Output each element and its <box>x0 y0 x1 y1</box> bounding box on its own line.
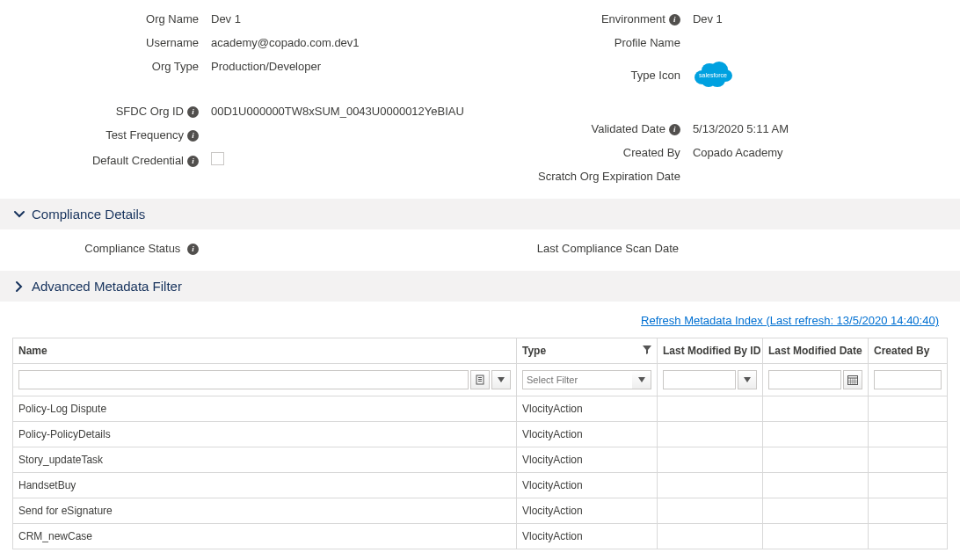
table-row[interactable]: Policy-Log DisputeVlocityAction <box>13 396 948 422</box>
compliance-scan-label: Last Compliance Scan Date <box>537 242 679 255</box>
filter-lmbid-input[interactable] <box>663 370 736 389</box>
col-header-name[interactable]: Name <box>13 338 517 364</box>
cell-type: VlocityAction <box>517 524 658 549</box>
cell-cb <box>869 422 948 447</box>
metadata-table-wrap: Name Type Last Modified By ID Last Modif… <box>0 338 960 560</box>
info-icon[interactable]: i <box>187 130 199 142</box>
filter-icon[interactable] <box>643 345 651 356</box>
field-label: Username <box>146 36 199 49</box>
cell-type: VlocityAction <box>517 422 658 447</box>
info-icon[interactable]: i <box>187 106 199 118</box>
table-row[interactable]: CRM_newCaseVlocityAction <box>13 524 948 549</box>
field-label: Profile Name <box>615 36 680 49</box>
refresh-metadata-link[interactable]: Refresh Metadata Index (Last refresh: 13… <box>641 314 939 327</box>
filter-name-input[interactable] <box>18 370 469 389</box>
field-value[interactable]: Copado Academy <box>693 146 783 159</box>
cell-type: VlocityAction <box>517 447 658 473</box>
filter-type-dropdown[interactable] <box>632 370 651 389</box>
cell-type: VlocityAction <box>517 498 658 524</box>
field-value[interactable]: 5/13/2020 5:11 AM <box>693 122 789 135</box>
cell-lmbid <box>658 524 763 549</box>
field-row: Usernameacademy@copado.com.dev1 <box>18 31 464 55</box>
table-filter-row <box>13 364 948 396</box>
filter-lmbid-dropdown[interactable] <box>738 370 757 389</box>
org-details: Org NameDev 1Usernameacademy@copado.com.… <box>0 0 960 199</box>
cell-lmd <box>763 473 869 498</box>
cell-name: HandsetBuy <box>13 473 517 498</box>
col-header-type[interactable]: Type <box>517 338 658 364</box>
field-label: SFDC Org ID <box>116 105 184 118</box>
cell-name: CRM_newCase <box>13 524 517 549</box>
cell-cb <box>869 524 948 549</box>
info-icon[interactable]: i <box>187 244 199 255</box>
field-value[interactable]: 00D1U000000TW8xSUM_0043U0000012YeBIAU <box>211 105 464 118</box>
section-compliance-header[interactable]: Compliance Details <box>0 199 960 229</box>
col-header-cb[interactable]: Created By <box>869 338 948 364</box>
field-value[interactable]: Dev 1 <box>211 12 241 25</box>
salesforce-icon: salesforce <box>693 60 733 91</box>
field-row: Default Credentiali <box>18 147 464 173</box>
table-row[interactable]: Story_updateTaskVlocityAction <box>13 447 948 473</box>
svg-rect-8 <box>478 377 482 378</box>
field-row: Created ByCopado Academy <box>499 141 942 164</box>
field-row: Profile Name <box>499 31 942 55</box>
cell-name: Story_updateTask <box>13 447 517 473</box>
checkbox[interactable] <box>211 152 224 165</box>
col-header-lmbid[interactable]: Last Modified By ID <box>658 338 763 364</box>
info-icon[interactable]: i <box>669 14 680 25</box>
field-row: Org TypeProduction/Developer <box>18 55 464 78</box>
cell-lmd <box>763 396 869 422</box>
field-label: Test Frequency <box>105 128 184 142</box>
cell-name: Policy-PolicyDetails <box>13 422 517 447</box>
cell-lmbid <box>658 498 763 524</box>
filter-lmd-input[interactable] <box>768 370 841 389</box>
table-row[interactable]: Send for eSignatureVlocityAction <box>13 498 948 524</box>
calendar-icon[interactable] <box>843 370 862 389</box>
info-icon[interactable]: i <box>669 124 680 135</box>
cell-lmd <box>763 447 869 473</box>
details-right-col: EnvironmentiDev 1Profile NameType Iconsa… <box>499 7 942 188</box>
compliance-status-label: Compliance Status <box>84 242 180 255</box>
filter-mode-button[interactable] <box>470 370 490 389</box>
col-header-lmd[interactable]: Last Modified Date <box>763 338 869 364</box>
svg-rect-9 <box>478 379 482 380</box>
table-row[interactable]: HandsetBuyVlocityAction <box>13 473 948 498</box>
details-left-col: Org NameDev 1Usernameacademy@copado.com.… <box>18 7 464 188</box>
cell-lmd <box>763 498 869 524</box>
field-value <box>211 152 224 168</box>
cell-type: VlocityAction <box>517 473 658 498</box>
table-row[interactable]: Policy-PolicyDetailsVlocityAction <box>13 422 948 447</box>
cell-lmd <box>763 524 869 549</box>
cell-lmbid <box>658 447 763 473</box>
table-header-row: Name Type Last Modified By ID Last Modif… <box>13 338 948 364</box>
field-label: Default Credential <box>92 154 184 167</box>
cell-type: VlocityAction <box>517 396 658 422</box>
field-label: Scratch Org Expiration Date <box>538 170 680 183</box>
field-label: Org Type <box>152 60 199 73</box>
field-label: Validated Date <box>592 122 665 135</box>
cell-lmbid <box>658 396 763 422</box>
filter-type-input[interactable] <box>522 370 633 389</box>
cell-cb <box>869 447 948 473</box>
field-row: Scratch Org Expiration Date <box>499 164 942 188</box>
field-row: SFDC Org IDi00D1U000000TW8xSUM_0043U0000… <box>18 99 464 123</box>
cell-lmbid <box>658 422 763 447</box>
svg-text:salesforce: salesforce <box>699 72 727 78</box>
cell-cb <box>869 396 948 422</box>
field-value[interactable]: academy@copado.com.dev1 <box>211 36 360 49</box>
filter-cb-input[interactable] <box>874 370 942 389</box>
field-value[interactable]: Dev 1 <box>693 12 723 25</box>
svg-rect-10 <box>478 381 482 382</box>
info-icon[interactable]: i <box>187 156 199 167</box>
filter-dropdown-button[interactable] <box>491 370 511 389</box>
field-value[interactable]: Production/Developer <box>211 60 321 73</box>
cell-name: Policy-Log Dispute <box>13 396 517 422</box>
field-row: Org NameDev 1 <box>18 7 464 31</box>
cell-lmbid <box>658 473 763 498</box>
cell-lmd <box>763 422 869 447</box>
cell-name: Send for eSignature <box>13 498 517 524</box>
chevron-down-icon <box>12 207 26 222</box>
section-compliance-title: Compliance Details <box>32 207 145 222</box>
section-advanced-header[interactable]: Advanced Metadata Filter <box>0 271 960 302</box>
field-label: Environment <box>601 12 665 25</box>
